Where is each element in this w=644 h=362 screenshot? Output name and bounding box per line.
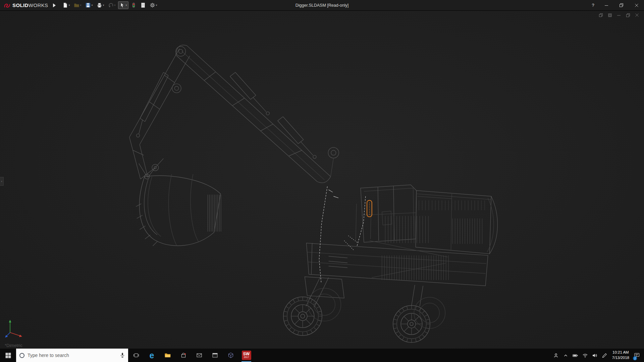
select-cursor-icon	[119, 2, 125, 8]
taskbar-apps: e	[128, 349, 254, 362]
undo-icon	[108, 2, 114, 8]
store-app-button[interactable]	[175, 349, 191, 362]
system-tray: 10:21 AM 7/13/2018 2	[551, 349, 644, 362]
save-button[interactable]: ▾	[84, 1, 94, 9]
battery-button[interactable]	[571, 349, 580, 362]
solidworks-brand: SOLIDWORKS	[0, 2, 51, 9]
search-input[interactable]	[28, 353, 117, 358]
brand-text: SOLIDWORKS	[12, 2, 48, 8]
close-button[interactable]	[629, 0, 644, 10]
task-view-button[interactable]	[128, 349, 144, 362]
terminal-icon	[212, 352, 218, 358]
start-button[interactable]	[0, 349, 16, 362]
document-window-controls	[598, 12, 640, 18]
dropdown-caret-icon[interactable]: ▾	[156, 4, 157, 7]
new-document-button[interactable]: ▾	[61, 1, 71, 9]
gear-icon	[150, 2, 155, 8]
solidworks-icon-label: SW	[243, 352, 250, 356]
help-button[interactable]: ?	[587, 3, 599, 8]
graphics-viewport[interactable]: ‹	[0, 11, 644, 349]
dropdown-caret-icon[interactable]: ▾	[69, 4, 70, 7]
rebuild-button[interactable]	[129, 1, 138, 9]
clock-date: 7/13/2018	[612, 355, 629, 361]
screen: SOLIDWORKS ▾ ▾ ▾	[0, 0, 644, 362]
people-icon	[553, 353, 559, 358]
select-button[interactable]: ▾	[118, 1, 128, 9]
solidworks-logo-icon	[3, 2, 11, 9]
solidworks-app-icon: SW 2017	[242, 351, 251, 360]
dropdown-caret-icon[interactable]: ▾	[126, 4, 127, 7]
collapsed-panel-tab[interactable]: ‹	[0, 177, 4, 186]
restore-icon	[619, 3, 624, 7]
view-orientation-label: *Dimetric	[5, 343, 22, 348]
titlebar-window-controls: ?	[587, 0, 644, 10]
mail-envelope-icon	[196, 352, 202, 358]
action-center-button[interactable]: 2	[632, 349, 642, 362]
clock-time: 10:21 AM	[612, 350, 629, 355]
cube-icon	[228, 352, 234, 358]
notification-badge: 2	[633, 356, 637, 360]
microphone-icon[interactable]	[120, 352, 125, 358]
solidworks-icon-year: 2017	[244, 356, 249, 359]
doc-window-icon[interactable]	[598, 12, 604, 18]
quick-access-toolbar: ▾ ▾ ▾ ▾	[61, 1, 159, 9]
excavator-wireframe-model[interactable]	[0, 11, 644, 349]
print-button[interactable]: ▾	[95, 1, 106, 9]
save-floppy-icon	[85, 2, 91, 8]
file-properties-icon	[140, 2, 146, 8]
edge-app-button[interactable]: e	[144, 349, 160, 362]
document-title: Digger.SLDASM [Read-only]	[296, 3, 348, 8]
solidworks-app-button[interactable]: SW 2017	[238, 349, 254, 362]
dropdown-caret-icon[interactable]: ▾	[114, 4, 116, 7]
chevron-up-icon	[563, 353, 568, 358]
doc-minimize-button[interactable]	[616, 12, 622, 18]
file-explorer-button[interactable]	[160, 349, 175, 362]
volume-button[interactable]	[590, 349, 600, 362]
minimize-icon	[604, 3, 608, 7]
taskbar-search[interactable]	[16, 349, 128, 362]
file-properties-button[interactable]	[139, 1, 147, 9]
print-icon	[97, 2, 102, 8]
close-icon	[635, 3, 639, 7]
dropdown-caret-icon[interactable]: ▾	[80, 4, 82, 7]
windows-logo-icon	[5, 353, 11, 358]
store-bag-icon	[180, 352, 186, 358]
brand-suffix: WORKS	[29, 2, 48, 8]
open-folder-icon	[74, 2, 79, 8]
brand-prefix: SOLID	[12, 2, 29, 8]
titlebar: SOLIDWORKS ▾ ▾ ▾	[0, 0, 644, 11]
3d-viewer-app-button[interactable]	[223, 349, 238, 362]
options-button[interactable]: ▾	[148, 1, 159, 9]
orientation-triad[interactable]	[5, 318, 29, 339]
edge-icon: e	[150, 351, 154, 360]
battery-icon	[572, 353, 578, 358]
dropdown-caret-icon[interactable]: ▾	[92, 4, 93, 7]
menu-expand-arrow[interactable]	[53, 3, 56, 7]
new-document-icon	[62, 2, 68, 8]
taskbar-clock[interactable]: 10:21 AM 7/13/2018	[609, 350, 632, 360]
mail-app-button[interactable]	[191, 349, 207, 362]
pen-settings-button[interactable]	[600, 349, 609, 362]
terminal-app-button[interactable]	[207, 349, 223, 362]
rebuild-stoplight-icon	[131, 2, 137, 8]
network-button[interactable]	[580, 349, 590, 362]
people-button[interactable]	[551, 349, 561, 362]
open-button[interactable]: ▾	[72, 1, 83, 9]
taskbar: e	[0, 349, 644, 362]
pen-icon	[602, 353, 607, 358]
dropdown-caret-icon[interactable]: ▾	[103, 4, 104, 7]
minimize-button[interactable]	[599, 0, 614, 10]
undo-button[interactable]: ▾	[107, 1, 117, 9]
doc-close-button[interactable]	[634, 12, 640, 18]
speaker-icon	[592, 353, 598, 358]
folder-icon	[164, 352, 171, 358]
wifi-icon	[582, 353, 588, 358]
doc-window-icon[interactable]	[607, 12, 613, 18]
hidden-icons-button[interactable]	[561, 349, 571, 362]
restore-button[interactable]	[614, 0, 629, 10]
cortana-icon	[19, 353, 24, 358]
task-view-icon	[133, 352, 139, 358]
doc-restore-button[interactable]	[625, 12, 631, 18]
